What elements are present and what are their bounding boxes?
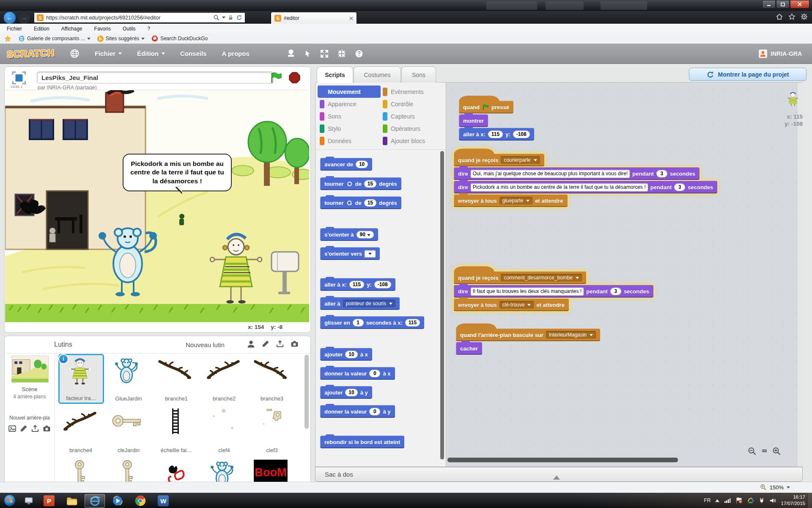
scripts-area[interactable]: quandpressémontreraller à x:115y:-108qua… — [446, 82, 803, 467]
project-title-input[interactable]: LesPiks_Jeu_Final — [37, 72, 274, 83]
favorite-duckduckgo[interactable]: Search DuckDuckGo — [151, 35, 208, 42]
tab-sons[interactable]: Sons — [401, 66, 436, 83]
category-apparence[interactable]: Apparence — [318, 98, 381, 110]
show-desktop-button[interactable] — [809, 493, 812, 508]
block-number-input[interactable]: 1 — [353, 319, 364, 326]
search-icon[interactable] — [213, 14, 219, 21]
backpack-bar[interactable]: Sac à dos — [315, 467, 803, 482]
scratch-logo[interactable]: SCRATCH — [7, 47, 55, 60]
scratch-block[interactable]: aller àpointeur de souris — [320, 297, 400, 310]
scratch-menu-conseils[interactable]: Conseils — [180, 50, 207, 57]
category-mouvement[interactable]: Mouvement — [318, 86, 381, 98]
green-flag-button[interactable] — [270, 72, 283, 83]
zoom-reset-icon[interactable] — [761, 448, 768, 454]
horizontal-scrollbar[interactable] — [447, 458, 678, 462]
block-number-input[interactable]: 10 — [356, 160, 368, 168]
language-globe-icon[interactable] — [70, 49, 80, 58]
chevron-down-icon[interactable] — [87, 38, 91, 40]
scratch-block[interactable]: tournerde15degrés — [320, 196, 401, 209]
show-project-page-button[interactable]: Montrer la page du projet — [689, 68, 807, 81]
sprite-list-scrollbar[interactable] — [304, 355, 309, 429]
palette-scrollbar[interactable] — [440, 151, 444, 459]
favorite-label[interactable]: Sites suggérés — [106, 36, 139, 41]
sprite-thumbnail[interactable] — [106, 457, 151, 483]
backpack-label[interactable]: Sac à dos — [325, 471, 353, 478]
category-contrôle[interactable]: Contrôle — [381, 98, 444, 110]
network-icon[interactable] — [724, 497, 731, 503]
sprite-thumbnail-branche3[interactable]: branche3 — [250, 354, 294, 403]
speaker-icon[interactable] — [769, 497, 776, 504]
category-evènements[interactable]: Evènements — [381, 86, 444, 98]
scratch-block[interactable]: tournerde15degrés — [320, 177, 401, 190]
chevron-down-icon[interactable] — [222, 17, 225, 19]
chevron-down-icon[interactable] — [141, 38, 145, 40]
block-text-field[interactable]: Il faut que tu trouves les deux clés man… — [471, 287, 584, 295]
block-number-input[interactable]: -108 — [374, 281, 391, 288]
scratch-menu-apropos[interactable]: A propos — [222, 50, 249, 57]
gear-icon[interactable] — [801, 13, 808, 20]
taskbar-app-generic[interactable] — [21, 494, 36, 508]
script-stack[interactable]: quand je reçoiscourierparledireOui, mais… — [454, 148, 717, 207]
scratch-menu-edition[interactable]: Édition — [137, 50, 165, 57]
scratch-block[interactable]: quand l'arrière-plan bascule surInterieu… — [456, 329, 600, 341]
block-number-input[interactable]: 0 — [369, 408, 380, 415]
scratch-block[interactable]: s'orienter vers — [320, 247, 380, 260]
sprite-thumbnail-GlueJardin[interactable]: GlueJardin — [106, 354, 151, 403]
sprite-info-badge[interactable]: i — [58, 354, 69, 364]
category-sons[interactable]: Sons — [318, 110, 381, 122]
scratch-block[interactable]: envoyer à tousglueparleet attendre — [454, 194, 568, 207]
refresh-icon[interactable] — [236, 14, 242, 21]
block-number-input[interactable]: 15 — [364, 199, 376, 207]
taskbar-app-word[interactable]: W — [153, 494, 173, 508]
scratch-block[interactable]: montrer — [459, 114, 488, 127]
block-number-input[interactable]: 3 — [674, 183, 685, 191]
scratch-block[interactable]: donner la valeur0à y — [320, 405, 395, 418]
close-button[interactable] — [790, 0, 809, 8]
favorite-galerie[interactable]: Galerie de composants ... — [18, 35, 91, 42]
block-number-input[interactable]: -108 — [513, 130, 530, 138]
sprite-thumbnail-branche2[interactable]: branche2 — [202, 354, 247, 403]
menu-favoris[interactable]: Favoris — [94, 26, 111, 32]
stage[interactable]: Pickodork a mis un bombe au centre de la… — [5, 90, 309, 322]
sprite-thumbnail[interactable]: BooM — [250, 457, 294, 483]
block-number-input[interactable]: 10 — [345, 389, 357, 396]
back-button[interactable]: ← — [3, 11, 16, 24]
block-dropdown[interactable]: pointeur de souris — [343, 300, 395, 307]
grow-icon[interactable] — [320, 50, 329, 58]
forward-button[interactable]: → — [18, 11, 30, 24]
block-dropdown[interactable]: InterieurMagasin — [546, 331, 596, 339]
tab-title[interactable]: #editor — [284, 15, 347, 21]
favorites-star-icon[interactable] — [788, 13, 796, 20]
zoom-in-icon[interactable] — [772, 447, 782, 455]
sprite-thumbnail[interactable] — [154, 457, 199, 483]
scratch-block[interactable]: quandpressé — [459, 101, 513, 113]
address-bar[interactable]: S https://scratch.mit.edu/projects/69210… — [34, 12, 245, 23]
category-opérateurs[interactable]: Opérateurs — [381, 122, 444, 135]
shrink-icon[interactable] — [337, 50, 346, 58]
scratch-block[interactable]: aller à x:115y:-108 — [320, 278, 395, 291]
block-text-field[interactable]: Oui, mais j'ai quelque chose de beaucoup… — [471, 170, 630, 178]
action-center-flag-icon[interactable] — [735, 497, 743, 504]
scratch-block[interactable]: rebondir si le bord est atteint — [320, 436, 404, 448]
block-number-input[interactable]: 115 — [488, 130, 503, 138]
block-number-input[interactable]: 3 — [656, 170, 667, 177]
add-favorite-star-icon[interactable] — [4, 35, 11, 42]
menu-edition[interactable]: Edition — [34, 26, 49, 32]
block-number-input[interactable]: 0 — [369, 370, 380, 377]
block-dropdown[interactable]: clé-trouve — [499, 301, 534, 309]
help-icon[interactable] — [355, 50, 363, 58]
sprite-thumbnail[interactable] — [58, 457, 103, 483]
block-dropdown[interactable]: courierparle — [501, 156, 540, 164]
taskbar-app-folder[interactable] — [62, 494, 82, 508]
zoom-out-icon[interactable] — [747, 447, 757, 455]
delete-cursor-icon[interactable] — [304, 50, 311, 58]
block-number-input[interactable]: 115 — [405, 319, 420, 326]
scratch-block[interactable]: quand je reçoiscomment_desarmorce_bombe — [454, 271, 586, 284]
menu-outils[interactable]: Outils — [123, 26, 136, 32]
taskbar-app-wmp[interactable] — [107, 494, 128, 508]
scratch-block[interactable]: direOui, mais j'ai quelque chose de beau… — [454, 167, 700, 180]
sprite-thumbnail--chellle-fai-[interactable]: échellle fai… — [154, 406, 199, 455]
home-icon[interactable] — [776, 13, 783, 20]
block-dropdown[interactable]: glueparle — [499, 197, 532, 204]
start-button[interactable] — [3, 494, 16, 507]
